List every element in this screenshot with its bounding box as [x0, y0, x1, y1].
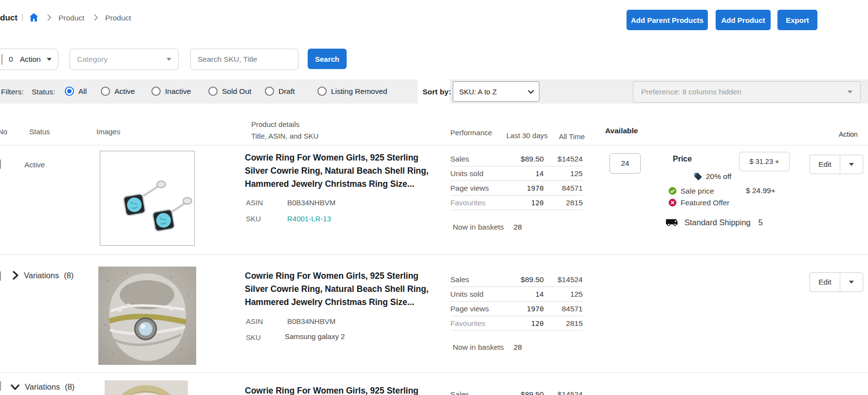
chevron-down-icon: [848, 90, 852, 93]
price-input[interactable]: $ 31.23 +: [739, 152, 790, 171]
radio-icon: [208, 87, 218, 96]
perf-row-sales: Sales $89.50 $14524: [450, 152, 583, 166]
perf-alltime-value: 2815: [544, 319, 583, 328]
action-button-label: Action: [20, 55, 41, 64]
search-input[interactable]: [190, 49, 298, 70]
edit-button[interactable]: Edit: [810, 155, 840, 174]
header-divider: [0, 145, 868, 145]
perf-row-views: Page views 1970 84571: [450, 302, 583, 316]
perf-alltime-value: $14524: [544, 390, 583, 395]
discount-row: 20% off: [694, 172, 731, 181]
search-button[interactable]: Search: [308, 49, 347, 69]
status-filter-active[interactable]: Active: [101, 87, 135, 96]
add-product-button[interactable]: Add Product: [716, 10, 771, 30]
featured-offer-row: Featured Offer: [668, 198, 730, 207]
status-filter-inactive[interactable]: Inactive: [151, 87, 191, 96]
radio-label: Inactive: [165, 87, 191, 96]
radio-icon: [151, 87, 161, 96]
variations-label: Variations: [25, 382, 60, 392]
perf-30d-value: 1970: [509, 184, 544, 192]
row-checkbox-clipped[interactable]: [0, 160, 1, 169]
sku-label: SKU: [246, 215, 261, 223]
product-image[interactable]: [98, 267, 196, 365]
now-in-baskets-label: Now in baskets: [453, 343, 504, 352]
performance-table: Sales $89.50 $14524: [450, 387, 583, 395]
earrings-photo: [100, 151, 194, 245]
variations-count: (8): [65, 382, 74, 392]
sort-by-label: Sort by:: [423, 88, 451, 96]
breadcrumb-item-product-2[interactable]: Product: [105, 14, 131, 22]
sku-value: Samsung galaxy 2: [285, 332, 345, 341]
status-filter-sold-out[interactable]: Sold Out: [208, 87, 251, 96]
home-icon[interactable]: [28, 12, 39, 23]
bulk-action-button[interactable]: 0 Action: [0, 49, 58, 70]
radio-label: Listing Removed: [331, 87, 387, 96]
edit-dropdown-toggle[interactable]: [840, 155, 863, 174]
preference-select[interactable]: Preference: 8 columns hidden: [633, 81, 861, 103]
column-header-available: Available: [605, 126, 638, 135]
truck-icon: [666, 217, 679, 228]
variations-toggle-expanded[interactable]: Variations (8): [10, 382, 74, 392]
perf-30d-value: 1970: [509, 305, 544, 313]
discount-value: 20% off: [706, 172, 731, 181]
asin-label: ASIN: [246, 317, 263, 325]
status-filter-draft[interactable]: Draft: [265, 87, 295, 96]
perf-alltime-value: 125: [544, 169, 583, 178]
row-divider: [0, 254, 868, 255]
preference-value: Preference: 8 columns hidden: [641, 88, 741, 96]
sku-link[interactable]: R4001-LR-13: [287, 215, 331, 223]
asin-label: ASIN: [246, 198, 263, 207]
perf-row-views: Page views 1970 84571: [450, 181, 583, 196]
status-filter-all[interactable]: All: [65, 87, 87, 96]
check-circle-icon: [668, 186, 677, 196]
radio-label: Active: [114, 87, 135, 96]
ring-photo: [98, 267, 196, 365]
perf-30d-value: 14: [509, 290, 544, 299]
performance-table: Sales $89.50 $14524 Units sold 14 125 Pa…: [450, 272, 583, 331]
selected-count: 0: [9, 55, 13, 64]
perf-alltime-value: $14524: [544, 155, 583, 163]
export-button[interactable]: Export: [777, 10, 817, 30]
radio-selected-icon: [65, 87, 74, 96]
product-management-page: duct | Product Product Add Parent Produc…: [0, 0, 868, 395]
edit-button[interactable]: Edit: [810, 273, 840, 291]
category-select[interactable]: Category: [70, 49, 179, 70]
edit-dropdown-toggle[interactable]: [840, 273, 863, 291]
perf-30d-value: $89.50: [509, 155, 544, 163]
status-filter-listing-removed[interactable]: Listing Removed: [317, 87, 387, 96]
asin-value: B0B34NHBVM: [287, 198, 335, 207]
add-parent-products-button[interactable]: Add Parent Products: [627, 10, 708, 30]
sale-price-value: $ 24.99+: [746, 186, 776, 195]
status-badge: Active: [24, 161, 45, 169]
perf-alltime-value: 84571: [544, 305, 583, 313]
filters-label: Filters:: [1, 88, 24, 96]
perf-row-units: Units sold 14 125: [450, 287, 583, 302]
chevron-down-icon: [849, 281, 854, 284]
chevron-down-icon: [528, 88, 534, 94]
product-image[interactable]: [100, 151, 195, 246]
perf-label: Page views: [450, 184, 509, 193]
column-header-last-30-days: Last 30 days: [506, 131, 548, 140]
chevron-down-icon: [47, 58, 52, 61]
row-checkbox-clipped[interactable]: [1, 54, 2, 65]
radio-icon: [265, 87, 274, 96]
row-divider: [0, 372, 868, 373]
variations-toggle[interactable]: Variations (8): [12, 270, 74, 280]
perf-30d-value: 120: [509, 199, 544, 207]
sort-select[interactable]: SKU: A to Z: [453, 81, 539, 102]
available-quantity-input[interactable]: [609, 153, 641, 174]
radio-label: All: [78, 87, 87, 96]
shipping-row: Standard Shipping 5: [666, 217, 763, 228]
column-header-images: Images: [96, 127, 120, 136]
page-title: duct: [0, 13, 18, 23]
perf-30d-value: 14: [509, 169, 544, 178]
breadcrumb-item-product-1[interactable]: Product: [58, 14, 84, 22]
row-checkbox-clipped[interactable]: [0, 271, 1, 281]
row-checkbox-clipped[interactable]: [0, 381, 1, 391]
product-image[interactable]: [105, 380, 188, 395]
tag-icon: [694, 172, 702, 181]
sale-price-row: Sale price: [668, 186, 714, 196]
radio-label: Draft: [278, 87, 295, 96]
column-header-no: No: [0, 127, 7, 136]
chevron-down-icon: [849, 163, 854, 166]
